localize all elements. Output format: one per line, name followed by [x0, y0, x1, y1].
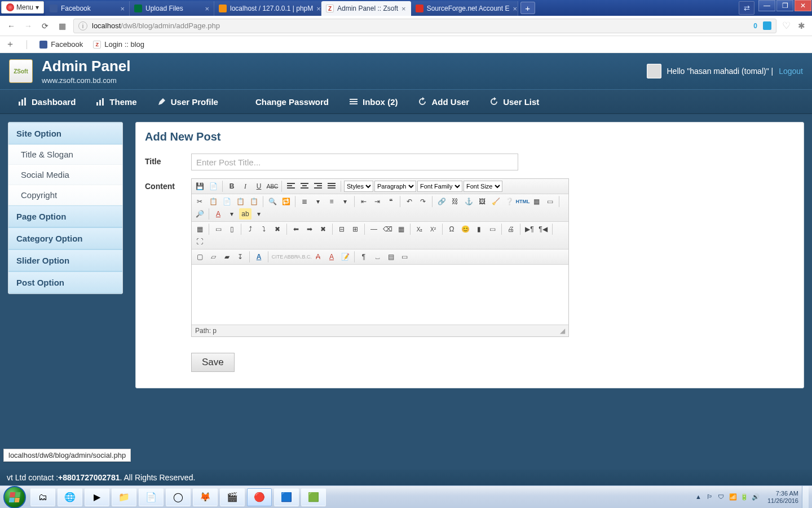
- print-button[interactable]: 🖨: [505, 224, 517, 235]
- panel-toggle-button[interactable]: ⇄: [739, 1, 754, 15]
- html-button[interactable]: HTML: [517, 196, 529, 207]
- site-info-icon[interactable]: i: [78, 21, 87, 30]
- media-button[interactable]: ▮: [473, 224, 485, 235]
- advhr-button[interactable]: ▭: [486, 224, 498, 235]
- nav-user-profile[interactable]: User Profile: [147, 90, 228, 113]
- cite-button[interactable]: CITE: [271, 251, 284, 262]
- acronym-button[interactable]: A.B.C.: [298, 251, 311, 262]
- align-justify-button[interactable]: [325, 181, 338, 192]
- pagebreak-button[interactable]: ▭: [544, 196, 556, 207]
- tab-sourceforge-email[interactable]: SourceForge.net Account E ×: [411, 1, 518, 16]
- show-desktop-button[interactable]: [802, 486, 809, 509]
- shield-icon[interactable]: [763, 21, 771, 30]
- maximize-button[interactable]: ❐: [776, 0, 793, 11]
- sidebar-item-social-media[interactable]: Social Media: [8, 165, 122, 185]
- underline-button[interactable]: U: [253, 181, 265, 192]
- tray-volume-icon[interactable]: 🔊: [752, 493, 760, 501]
- outdent-button[interactable]: ⇤: [358, 196, 370, 207]
- nav-dashboard[interactable]: Dashboard: [8, 90, 86, 113]
- italic-button[interactable]: I: [239, 181, 251, 192]
- extension-icon[interactable]: ✱: [796, 21, 806, 31]
- special-char-button[interactable]: Ω: [445, 224, 458, 235]
- format-select[interactable]: Paragraph: [374, 181, 416, 192]
- align-left-button[interactable]: [285, 181, 297, 192]
- insert-row-after-button[interactable]: ⤵: [258, 224, 270, 235]
- move-forward-button[interactable]: ▱: [207, 251, 219, 262]
- save-button[interactable]: Save: [191, 353, 235, 372]
- strikethrough-button[interactable]: ABC: [266, 181, 279, 192]
- visual-aid-button[interactable]: ▦: [395, 224, 407, 235]
- taskbar-mpc[interactable]: 🎬: [220, 488, 245, 506]
- speed-dial-button[interactable]: ▦: [56, 20, 68, 32]
- attribs-button[interactable]: 📝: [339, 251, 351, 262]
- copy-button[interactable]: 📋: [207, 196, 219, 207]
- tab-phpmyadmin[interactable]: localhost / 127.0.0.1 | phpM ×: [214, 1, 321, 16]
- chevron-down-icon[interactable]: ▾: [339, 196, 351, 207]
- anchor-button[interactable]: ⚓: [462, 196, 475, 207]
- insert-col-after-button[interactable]: ➡: [303, 224, 316, 235]
- new-tab-button[interactable]: +: [520, 2, 535, 14]
- sidebar-head-slider-option[interactable]: Slider Option: [8, 249, 122, 271]
- insert-layer-button[interactable]: ▢: [193, 251, 206, 262]
- window-close-button[interactable]: ✕: [795, 0, 811, 11]
- tray-clock[interactable]: 7:36 AM 11/26/2016: [767, 490, 798, 505]
- remove-format-button[interactable]: ⌫: [381, 224, 394, 235]
- bold-button[interactable]: B: [226, 181, 238, 192]
- logout-link[interactable]: Logout: [779, 67, 803, 76]
- tray-shield-icon[interactable]: 🛡: [718, 493, 726, 501]
- cell-props-button[interactable]: ▯: [226, 224, 238, 235]
- nav-add-user[interactable]: Add User: [408, 90, 479, 113]
- preview-button[interactable]: 🔎: [193, 208, 206, 220]
- sidebar-head-category-option[interactable]: Category Option: [8, 227, 122, 249]
- tray-battery-icon[interactable]: 🔋: [740, 493, 748, 501]
- chevron-down-icon[interactable]: ▾: [253, 208, 265, 220]
- sidebar-head-site-option[interactable]: Site Option: [8, 122, 122, 144]
- table-button[interactable]: ▦: [193, 224, 206, 235]
- align-right-button[interactable]: [312, 181, 324, 192]
- move-backward-button[interactable]: ▰: [220, 251, 233, 262]
- sidebar-item-title-slogan[interactable]: Title & Slogan: [8, 144, 122, 165]
- taskbar-libraries[interactable]: 🗂: [30, 488, 55, 506]
- bookmark-heart-button[interactable]: ♡: [782, 20, 791, 32]
- tray-flag-icon[interactable]: 🏳: [707, 493, 714, 501]
- nav-change-password[interactable]: Change Password: [245, 90, 339, 113]
- paste-word-button[interactable]: 📋: [248, 196, 260, 207]
- taskbar-wmp[interactable]: ▶: [85, 488, 109, 506]
- cut-button[interactable]: ✂: [193, 196, 206, 207]
- sidebar-head-page-option[interactable]: Page Option: [8, 205, 122, 227]
- new-document-icon[interactable]: 📄: [207, 181, 219, 192]
- taskbar-opera[interactable]: 🔴: [247, 488, 272, 506]
- paste-button[interactable]: 📄: [220, 196, 233, 207]
- resize-grip-icon[interactable]: ◢: [560, 327, 565, 335]
- font-size-select[interactable]: Font Size: [464, 181, 502, 192]
- reload-button[interactable]: ⟳: [39, 20, 51, 32]
- chevron-down-icon[interactable]: ▾: [226, 208, 238, 220]
- start-button[interactable]: [3, 486, 26, 509]
- superscript-button[interactable]: X²: [427, 224, 439, 235]
- find-replace-button[interactable]: 🔁: [280, 196, 292, 207]
- taskbar-xampp[interactable]: 🟦: [274, 488, 299, 506]
- paste-text-button[interactable]: 📋: [234, 196, 246, 207]
- nav-user-list[interactable]: User List: [479, 90, 549, 113]
- opera-menu-button[interactable]: Menu ▾: [1, 1, 44, 14]
- visualchars-button[interactable]: ¶: [358, 251, 370, 262]
- highlight-button[interactable]: ab: [239, 208, 251, 220]
- bookmark-login-blog[interactable]: Z Login :: blog: [93, 40, 144, 49]
- help-button[interactable]: ❔: [503, 196, 515, 207]
- abbr-button[interactable]: ABBR: [285, 251, 297, 262]
- split-cells-button[interactable]: ⊟: [336, 224, 348, 235]
- taskbar-notes[interactable]: 📄: [139, 488, 164, 506]
- tab-admin-panel[interactable]: Z Admin Panel :: Zsoft ×: [321, 1, 411, 16]
- fullscreen-button[interactable]: ⛶: [193, 236, 206, 247]
- find-button[interactable]: 🔍: [266, 196, 279, 207]
- close-icon[interactable]: ×: [205, 5, 209, 13]
- back-button[interactable]: ←: [6, 20, 17, 32]
- numbered-list-button[interactable]: ≡: [325, 196, 338, 207]
- close-icon[interactable]: ×: [120, 5, 125, 13]
- insert-col-before-button[interactable]: ⬅: [290, 224, 302, 235]
- nonbreaking-button[interactable]: ⎵: [371, 251, 383, 262]
- close-icon[interactable]: ×: [513, 5, 517, 13]
- indent-button[interactable]: ⇥: [371, 196, 383, 207]
- merge-cells-button[interactable]: ⊞: [349, 224, 361, 235]
- absolute-button[interactable]: ↧: [234, 251, 246, 262]
